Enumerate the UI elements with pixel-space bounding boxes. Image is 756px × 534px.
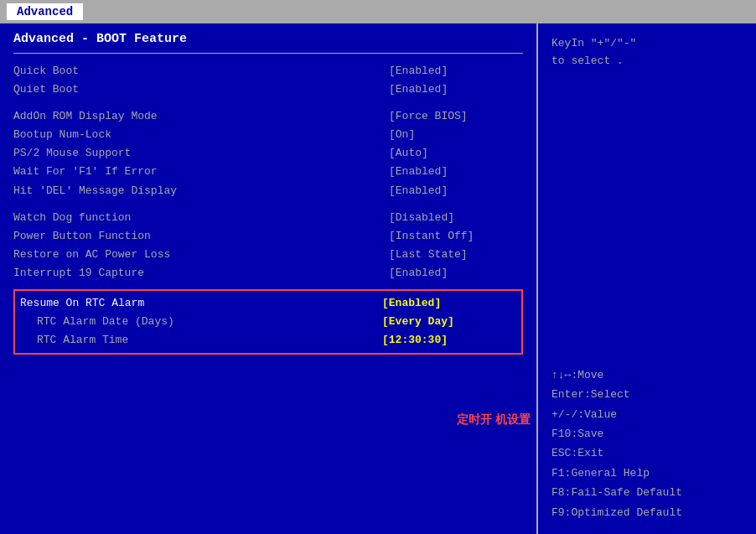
menu-row-quickboot[interactable]: Quick Boot [Enabled] (13, 62, 523, 80)
menu-row-ps2mouse[interactable]: PS/2 Mouse Support [Auto] (13, 144, 523, 163)
value-watchdog: [Disabled] (389, 209, 523, 227)
label-restoreacc: Restore on AC Power Loss (13, 246, 170, 264)
label-hitdel: Hit 'DEL' Message Display (13, 182, 177, 200)
menu-row-waitf1[interactable]: Wait For 'F1' If Error [Enabled] (13, 163, 523, 181)
left-panel: Advanced - BOOT Feature Quick Boot [Enab… (0, 23, 538, 534)
value-ps2mouse: [Auto] (389, 144, 523, 163)
value-quickboot: [Enabled] (389, 62, 523, 80)
menu-row-rtc-alarm[interactable]: Resume On RTC Alarm [Enabled] (20, 294, 516, 313)
menu-row-addon-rom[interactable]: AddOn ROM Display Mode [Force BIOS] (13, 107, 523, 126)
label-quietboot: Quiet Boot (13, 80, 79, 99)
label-watchdog: Watch Dog function (13, 209, 131, 227)
menu-item-advanced[interactable]: Advanced (7, 3, 83, 20)
section-title: Advanced - BOOT Feature (13, 32, 523, 46)
menu-row-int19[interactable]: Interrupt 19 Capture [Enabled] (13, 264, 523, 283)
spacer-2 (13, 200, 523, 209)
divider (13, 53, 523, 54)
help-text: KeyIn "+"/"-"to select . (551, 35, 743, 70)
label-addon-rom: AddOn ROM Display Mode (13, 107, 158, 126)
nav-select: Enter:Select (551, 385, 743, 404)
right-panel: KeyIn "+"/"-"to select . ↑↓↔:Move Enter:… (538, 23, 756, 534)
nav-save: F10:Save (551, 424, 743, 443)
menu-row-rtc-time[interactable]: RTC Alarm Time [12:30:30] (20, 331, 516, 350)
spacer-1 (13, 99, 523, 107)
nav-move: ↑↓↔:Move (551, 366, 743, 385)
label-rtc-time: RTC Alarm Time (37, 331, 128, 350)
label-powerbutton: Power Button Function (13, 227, 151, 246)
nav-value: +/-/:Value (551, 405, 743, 424)
nav-keys: ↑↓↔:Move Enter:Select +/-/:Value F10:Sav… (551, 366, 743, 522)
nav-optimized: F9:Optimized Default (551, 503, 743, 522)
value-addon-rom: [Force BIOS] (389, 107, 523, 126)
nav-failsafe: F8:Fail-Safe Default (551, 483, 743, 502)
menu-row-powerbutton[interactable]: Power Button Function [Instant Off] (13, 227, 523, 246)
label-rtc-alarm: Resume On RTC Alarm (20, 294, 144, 313)
value-rtc-alarm: [Enabled] (382, 294, 516, 313)
label-rtc-date: RTC Alarm Date (Days) (37, 313, 174, 331)
menu-row-watchdog[interactable]: Watch Dog function [Disabled] (13, 209, 523, 227)
top-menu-bar: Advanced (0, 0, 756, 23)
menu-row-numlock[interactable]: Bootup Num-Lock [On] (13, 126, 523, 144)
nav-exit: ESC:Exit (551, 443, 743, 463)
highlight-box-rtc: Resume On RTC Alarm [Enabled] RTC Alarm … (13, 289, 523, 355)
label-waitf1: Wait For 'F1' If Error (13, 163, 158, 181)
label-quickboot: Quick Boot (13, 62, 79, 80)
value-restoreacc: [Last State] (389, 246, 523, 264)
value-rtc-date: [Every Day] (382, 313, 516, 331)
menu-row-quietboot[interactable]: Quiet Boot [Enabled] (13, 80, 523, 99)
nav-help: F1:General Help (551, 464, 743, 483)
chinese-annotation: 定时开 机设置 (457, 411, 531, 428)
label-ps2mouse: PS/2 Mouse Support (13, 144, 131, 163)
label-numlock: Bootup Num-Lock (13, 126, 111, 144)
label-int19: Interrupt 19 Capture (13, 264, 144, 283)
menu-row-rtc-date[interactable]: RTC Alarm Date (Days) [Every Day] (20, 313, 516, 331)
value-hitdel: [Enabled] (389, 182, 523, 200)
value-int19: [Enabled] (389, 264, 523, 283)
main-container: Advanced - BOOT Feature Quick Boot [Enab… (0, 23, 756, 534)
value-waitf1: [Enabled] (389, 163, 523, 181)
value-numlock: [On] (389, 126, 523, 144)
menu-row-restoreacc[interactable]: Restore on AC Power Loss [Last State] (13, 246, 523, 264)
value-rtc-time: [12:30:30] (382, 331, 516, 350)
value-powerbutton: [Instant Off] (389, 227, 523, 246)
menu-row-hitdel[interactable]: Hit 'DEL' Message Display [Enabled] (13, 182, 523, 200)
value-quietboot: [Enabled] (389, 80, 523, 99)
